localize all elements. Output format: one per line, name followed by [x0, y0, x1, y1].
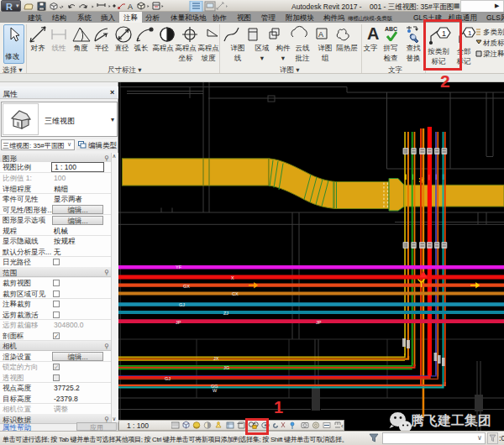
svg-text:GX: GX	[183, 284, 190, 289]
svg-text:1: 1	[468, 29, 472, 37]
svg-text:腾飞建工集团: 腾飞建工集团	[410, 413, 491, 427]
svg-text:X: X	[231, 275, 234, 280]
svg-text:A: A	[318, 30, 323, 39]
svg-text:CX: CX	[232, 291, 239, 296]
svg-text:JX: JX	[213, 356, 219, 361]
svg-text:JP: JP	[176, 320, 181, 325]
svg-text:ZJ: ZJ	[223, 311, 228, 316]
svg-text:YF: YF	[176, 264, 182, 270]
svg-text:W: W	[213, 388, 218, 393]
svg-text:A: A	[128, 3, 133, 11]
svg-text:JG: JG	[223, 365, 229, 370]
svg-text:GJ: GJ	[165, 376, 171, 381]
svg-text:GJ: GJ	[179, 302, 185, 307]
svg-text:JP: JP	[316, 320, 322, 325]
svg-text:‹: ‹	[341, 422, 344, 430]
